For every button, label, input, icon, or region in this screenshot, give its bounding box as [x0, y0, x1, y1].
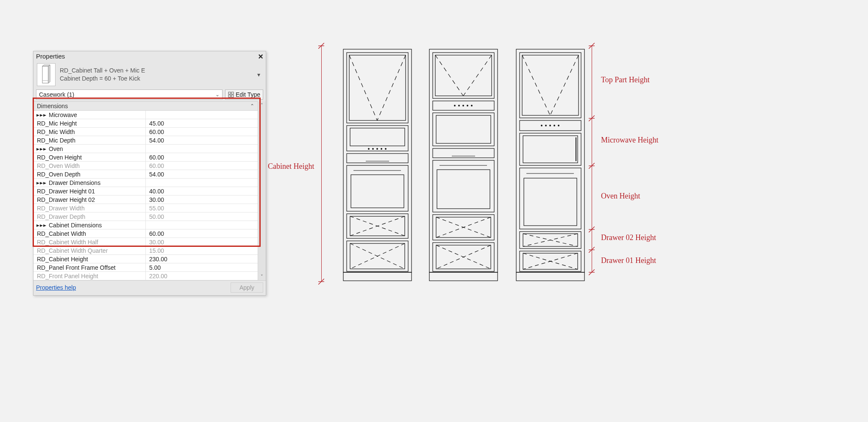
property-row[interactable]: RD_Oven Width60.00	[33, 162, 258, 170]
type-dropdown-icon[interactable]: ▾	[254, 71, 263, 78]
svg-rect-66	[520, 53, 581, 118]
type-name: RD_Cabinet Tall + Oven + Mic E	[60, 67, 254, 75]
property-label: ▸▸▸Cabinet Dimensions	[33, 221, 146, 229]
type-subtitle: Cabinet Depth = 60 + Toe Kick	[60, 75, 254, 83]
dim-tick	[589, 226, 595, 232]
property-row[interactable]: RD_Drawer Height 0230.00	[33, 196, 258, 204]
dim-line-right	[592, 46, 592, 272]
dim-tick	[589, 115, 595, 121]
property-row[interactable]: RD_Drawer Width55.00	[33, 204, 258, 212]
cabinet-elevation-2	[428, 48, 498, 282]
property-row[interactable]: RD_Cabinet Width60.00	[33, 229, 258, 238]
property-separator: ▸▸▸Cabinet Dimensions	[33, 221, 258, 229]
svg-rect-14	[349, 55, 406, 120]
property-value[interactable]: 5.00	[146, 263, 258, 271]
svg-rect-38	[429, 49, 498, 272]
property-value[interactable]: 60.00	[146, 229, 258, 238]
property-value[interactable]: 60.00	[146, 128, 258, 136]
property-value[interactable]: 15.00	[146, 246, 258, 254]
separator-icon: ▸▸▸	[37, 112, 46, 117]
property-value[interactable]: 230.00	[146, 255, 258, 263]
property-value[interactable]: 60.00	[146, 162, 258, 170]
svg-line-16	[377, 55, 406, 120]
close-icon[interactable]: ×	[258, 53, 263, 59]
edit-type-button[interactable]: Edit Type	[225, 89, 263, 100]
property-value	[146, 179, 258, 187]
property-label: ▸▸▸Oven	[33, 145, 146, 153]
property-row[interactable]: RD_Mic Width60.00	[33, 128, 258, 136]
property-value[interactable]: 60.00	[146, 153, 258, 161]
property-value	[146, 111, 258, 119]
svg-rect-17	[347, 126, 408, 151]
dim-tick	[318, 43, 324, 49]
property-row[interactable]: RD_Cabinet Height230.00	[33, 255, 258, 263]
svg-rect-18	[350, 128, 405, 146]
property-row[interactable]: RD_Mic Height45.00	[33, 119, 258, 128]
property-row[interactable]: RD_Oven Depth54.00	[33, 170, 258, 179]
property-row[interactable]: RD_Drawer Height 0140.00	[33, 187, 258, 196]
cabinet-elevation-1	[342, 48, 412, 282]
property-label: RD_Drawer Width	[33, 204, 146, 212]
svg-line-68	[522, 55, 550, 115]
property-value[interactable]: 50.00	[146, 212, 258, 221]
svg-rect-26	[347, 165, 408, 211]
svg-point-22	[381, 148, 382, 150]
separator-icon: ▸▸▸	[37, 223, 46, 228]
property-row[interactable]: RD_Oven Height60.00	[33, 153, 258, 162]
property-label: RD_Front Panel Height	[33, 272, 146, 280]
property-label: RD_Oven Depth	[33, 170, 146, 178]
scroll-up-icon[interactable]: ˄	[261, 101, 263, 109]
property-value[interactable]: 40.00	[146, 187, 258, 195]
category-row[interactable]: Dimensions ⌃	[33, 102, 258, 111]
svg-point-47	[467, 105, 468, 106]
scroll-down-icon[interactable]: ˅	[261, 273, 263, 280]
instance-selector-label: Casework (1)	[39, 91, 74, 98]
property-row[interactable]: RD_Cabinet Width Half30.00	[33, 238, 258, 246]
property-label: RD_Cabinet Width	[33, 229, 146, 238]
property-row[interactable]: RD_Drawer Depth50.00	[33, 212, 258, 221]
property-row[interactable]: RD_Cabinet Width Quarter15.00	[33, 246, 258, 255]
property-value[interactable]: 54.00	[146, 136, 258, 144]
panel-titlebar: Properties ×	[33, 51, 266, 61]
svg-rect-49	[433, 113, 494, 146]
property-value[interactable]: 220.00	[146, 272, 258, 280]
svg-rect-76	[520, 133, 581, 165]
svg-rect-51	[433, 148, 494, 158]
property-label: RD_Panel Front Frame Offset	[33, 263, 146, 271]
property-value[interactable]: 55.00	[146, 204, 258, 212]
svg-rect-5	[231, 92, 234, 94]
property-grid: Dimensions ⌃ ▸▸▸MicrowaveRD_Mic Height45…	[33, 101, 266, 280]
property-value[interactable]: 54.00	[146, 170, 258, 178]
svg-rect-90	[516, 272, 584, 281]
grid-scrollbar[interactable]: ˄ ˅	[258, 101, 266, 280]
chevron-down-icon: ⌄	[215, 92, 220, 98]
property-value[interactable]: 45.00	[146, 119, 258, 127]
property-label: RD_Mic Height	[33, 119, 146, 127]
property-label: RD_Cabinet Height	[33, 255, 146, 263]
properties-help-link[interactable]: Properties help	[36, 284, 76, 291]
property-row[interactable]: RD_Panel Front Frame Offset5.00	[33, 263, 258, 272]
svg-rect-54	[437, 170, 490, 209]
svg-rect-37	[343, 272, 412, 281]
svg-rect-39	[433, 53, 494, 98]
svg-rect-12	[343, 49, 412, 272]
label-oven-height: Oven Height	[601, 192, 640, 201]
label-cabinet-height: Cabinet Height	[268, 162, 314, 171]
svg-point-21	[377, 148, 378, 150]
cabinet-elevation-3	[515, 48, 585, 282]
property-value[interactable]: 30.00	[146, 196, 258, 204]
apply-button: Apply	[231, 282, 263, 293]
svg-rect-6	[228, 95, 231, 97]
svg-point-23	[385, 148, 387, 150]
property-row[interactable]: RD_Mic Depth54.00	[33, 136, 258, 145]
property-row[interactable]: RD_Front Panel Height220.00	[33, 272, 258, 280]
panel-title-text: Properties	[36, 53, 65, 60]
type-selector[interactable]: RD_Cabinet Tall + Oven + Mic E Cabinet D…	[33, 61, 266, 89]
category-label: Dimensions	[37, 103, 68, 109]
property-value[interactable]: 30.00	[146, 238, 258, 246]
svg-rect-27	[351, 175, 404, 208]
property-label: ▸▸▸Drawer Dimensions	[33, 179, 146, 187]
svg-rect-7	[231, 95, 234, 97]
collapse-icon[interactable]: ⌃	[250, 103, 254, 109]
instance-selector[interactable]: Casework (1) ⌄	[36, 89, 223, 100]
